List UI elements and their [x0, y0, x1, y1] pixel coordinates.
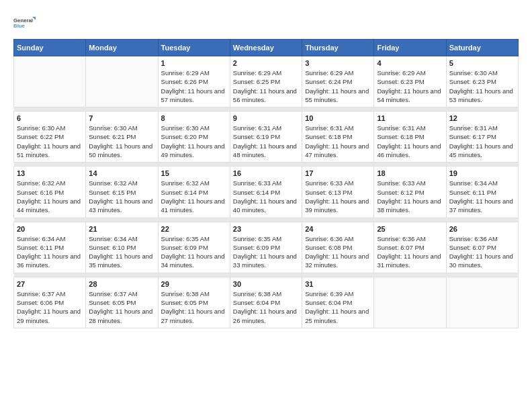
- day-info: Sunrise: 6:30 AMSunset: 6:23 PMDaylight:…: [449, 68, 515, 104]
- calendar-cell: 29Sunrise: 6:38 AMSunset: 6:05 PMDayligh…: [158, 277, 230, 328]
- calendar-cell: 23Sunrise: 6:35 AMSunset: 6:09 PMDayligh…: [230, 222, 302, 273]
- calendar-cell: 22Sunrise: 6:35 AMSunset: 6:09 PMDayligh…: [158, 222, 230, 273]
- calendar-cell: 14Sunrise: 6:32 AMSunset: 6:15 PMDayligh…: [86, 167, 158, 218]
- day-number: 1: [161, 59, 227, 67]
- day-number: 19: [449, 169, 515, 177]
- day-info: Sunrise: 6:37 AMSunset: 6:06 PMDaylight:…: [17, 289, 83, 325]
- day-info: Sunrise: 6:30 AMSunset: 6:20 PMDaylight:…: [161, 124, 227, 159]
- day-number: 14: [89, 169, 154, 177]
- calendar-cell: 16Sunrise: 6:33 AMSunset: 6:14 PMDayligh…: [230, 167, 302, 218]
- day-info: Sunrise: 6:36 AMSunset: 6:08 PMDaylight:…: [305, 234, 371, 270]
- calendar-cell: 17Sunrise: 6:33 AMSunset: 6:13 PMDayligh…: [302, 167, 374, 218]
- logo: GeneralBlue: [13, 13, 38, 32]
- day-info: Sunrise: 6:35 AMSunset: 6:09 PMDaylight:…: [161, 234, 227, 270]
- day-number: 29: [161, 280, 227, 288]
- day-info: Sunrise: 6:29 AMSunset: 6:24 PMDaylight:…: [305, 68, 371, 104]
- day-number: 2: [233, 59, 299, 67]
- calendar-week-3: 20Sunrise: 6:34 AMSunset: 6:11 PMDayligh…: [14, 222, 519, 273]
- day-info: Sunrise: 6:31 AMSunset: 6:18 PMDaylight:…: [377, 124, 443, 159]
- day-info: Sunrise: 6:37 AMSunset: 6:05 PMDaylight:…: [89, 289, 154, 325]
- calendar-cell: [14, 56, 86, 107]
- calendar-cell: 24Sunrise: 6:36 AMSunset: 6:08 PMDayligh…: [302, 222, 374, 273]
- calendar-cell: 4Sunrise: 6:29 AMSunset: 6:23 PMDaylight…: [374, 56, 446, 107]
- day-info: Sunrise: 6:29 AMSunset: 6:26 PMDaylight:…: [161, 68, 227, 104]
- day-info: Sunrise: 6:29 AMSunset: 6:23 PMDaylight:…: [377, 68, 443, 104]
- calendar-week-2: 13Sunrise: 6:32 AMSunset: 6:16 PMDayligh…: [14, 167, 519, 218]
- calendar-cell: 18Sunrise: 6:33 AMSunset: 6:12 PMDayligh…: [374, 167, 446, 218]
- calendar-week-1: 6Sunrise: 6:30 AMSunset: 6:22 PMDaylight…: [14, 111, 519, 163]
- calendar-cell: 19Sunrise: 6:34 AMSunset: 6:11 PMDayligh…: [446, 167, 518, 218]
- day-info: Sunrise: 6:36 AMSunset: 6:07 PMDaylight:…: [449, 234, 515, 270]
- day-number: 20: [17, 225, 83, 233]
- day-info: Sunrise: 6:34 AMSunset: 6:11 PMDaylight:…: [17, 234, 83, 270]
- day-info: Sunrise: 6:36 AMSunset: 6:07 PMDaylight:…: [377, 234, 443, 270]
- calendar-cell: 5Sunrise: 6:30 AMSunset: 6:23 PMDaylight…: [446, 56, 518, 107]
- day-info: Sunrise: 6:33 AMSunset: 6:14 PMDaylight:…: [233, 179, 299, 214]
- day-number: 16: [233, 169, 299, 177]
- day-info: Sunrise: 6:31 AMSunset: 6:17 PMDaylight:…: [449, 124, 515, 159]
- day-number: 3: [305, 59, 371, 67]
- weekday-thursday: Thursday: [302, 40, 374, 56]
- calendar-week-0: 1Sunrise: 6:29 AMSunset: 6:26 PMDaylight…: [14, 56, 519, 107]
- calendar-table: SundayMondayTuesdayWednesdayThursdayFrid…: [13, 39, 519, 328]
- day-info: Sunrise: 6:38 AMSunset: 6:04 PMDaylight:…: [233, 289, 299, 325]
- day-info: Sunrise: 6:39 AMSunset: 6:04 PMDaylight:…: [305, 289, 371, 325]
- calendar-cell: 21Sunrise: 6:34 AMSunset: 6:10 PMDayligh…: [86, 222, 158, 273]
- day-info: Sunrise: 6:32 AMSunset: 6:14 PMDaylight:…: [161, 179, 227, 214]
- calendar-cell: 25Sunrise: 6:36 AMSunset: 6:07 PMDayligh…: [374, 222, 446, 273]
- day-info: Sunrise: 6:32 AMSunset: 6:15 PMDaylight:…: [89, 179, 154, 214]
- day-number: 31: [305, 280, 371, 288]
- calendar-body: 1Sunrise: 6:29 AMSunset: 6:26 PMDaylight…: [14, 56, 519, 328]
- calendar-week-4: 27Sunrise: 6:37 AMSunset: 6:06 PMDayligh…: [14, 277, 519, 328]
- day-number: 5: [449, 59, 515, 67]
- calendar-cell: 26Sunrise: 6:36 AMSunset: 6:07 PMDayligh…: [446, 222, 518, 273]
- calendar-cell: 8Sunrise: 6:30 AMSunset: 6:20 PMDaylight…: [158, 111, 230, 163]
- day-number: 24: [305, 225, 371, 233]
- weekday-saturday: Saturday: [446, 40, 518, 56]
- logo-icon: GeneralBlue: [13, 13, 38, 32]
- day-number: 12: [449, 114, 515, 122]
- calendar-cell: 13Sunrise: 6:32 AMSunset: 6:16 PMDayligh…: [14, 167, 86, 218]
- day-info: Sunrise: 6:35 AMSunset: 6:09 PMDaylight:…: [233, 234, 299, 270]
- calendar-cell: 11Sunrise: 6:31 AMSunset: 6:18 PMDayligh…: [374, 111, 446, 163]
- weekday-friday: Friday: [374, 40, 446, 56]
- day-number: 9: [233, 114, 299, 122]
- day-info: Sunrise: 6:32 AMSunset: 6:16 PMDaylight:…: [17, 179, 83, 214]
- weekday-header-row: SundayMondayTuesdayWednesdayThursdayFrid…: [14, 40, 519, 56]
- calendar-cell: 2Sunrise: 6:29 AMSunset: 6:25 PMDaylight…: [230, 56, 302, 107]
- calendar-cell: 6Sunrise: 6:30 AMSunset: 6:22 PMDaylight…: [14, 111, 86, 163]
- day-info: Sunrise: 6:31 AMSunset: 6:19 PMDaylight:…: [233, 124, 299, 159]
- calendar-cell: 1Sunrise: 6:29 AMSunset: 6:26 PMDaylight…: [158, 56, 230, 107]
- calendar-cell: 20Sunrise: 6:34 AMSunset: 6:11 PMDayligh…: [14, 222, 86, 273]
- calendar-cell: [86, 56, 158, 107]
- weekday-monday: Monday: [86, 40, 158, 56]
- calendar-cell: 3Sunrise: 6:29 AMSunset: 6:24 PMDaylight…: [302, 56, 374, 107]
- weekday-sunday: Sunday: [14, 40, 86, 56]
- calendar-cell: 10Sunrise: 6:31 AMSunset: 6:18 PMDayligh…: [302, 111, 374, 163]
- calendar-cell: 9Sunrise: 6:31 AMSunset: 6:19 PMDaylight…: [230, 111, 302, 163]
- day-number: 30: [233, 280, 299, 288]
- day-number: 26: [449, 225, 515, 233]
- day-info: Sunrise: 6:34 AMSunset: 6:11 PMDaylight:…: [449, 179, 515, 214]
- day-number: 18: [377, 169, 443, 177]
- day-number: 4: [377, 59, 443, 67]
- day-info: Sunrise: 6:33 AMSunset: 6:13 PMDaylight:…: [305, 179, 371, 214]
- day-info: Sunrise: 6:30 AMSunset: 6:21 PMDaylight:…: [89, 124, 154, 159]
- calendar-cell: 12Sunrise: 6:31 AMSunset: 6:17 PMDayligh…: [446, 111, 518, 163]
- day-number: 15: [161, 169, 227, 177]
- page-header: GeneralBlue: [13, 13, 519, 32]
- calendar-cell: 15Sunrise: 6:32 AMSunset: 6:14 PMDayligh…: [158, 167, 230, 218]
- day-info: Sunrise: 6:31 AMSunset: 6:18 PMDaylight:…: [305, 124, 371, 159]
- day-number: 8: [161, 114, 227, 122]
- day-number: 17: [305, 169, 371, 177]
- day-number: 13: [17, 169, 83, 177]
- day-number: 23: [233, 225, 299, 233]
- day-info: Sunrise: 6:29 AMSunset: 6:25 PMDaylight:…: [233, 68, 299, 104]
- weekday-wednesday: Wednesday: [230, 40, 302, 56]
- day-number: 22: [161, 225, 227, 233]
- day-info: Sunrise: 6:30 AMSunset: 6:22 PMDaylight:…: [17, 124, 83, 159]
- day-number: 11: [377, 114, 443, 122]
- calendar-cell: [374, 277, 446, 328]
- day-number: 21: [89, 225, 154, 233]
- calendar-cell: [446, 277, 518, 328]
